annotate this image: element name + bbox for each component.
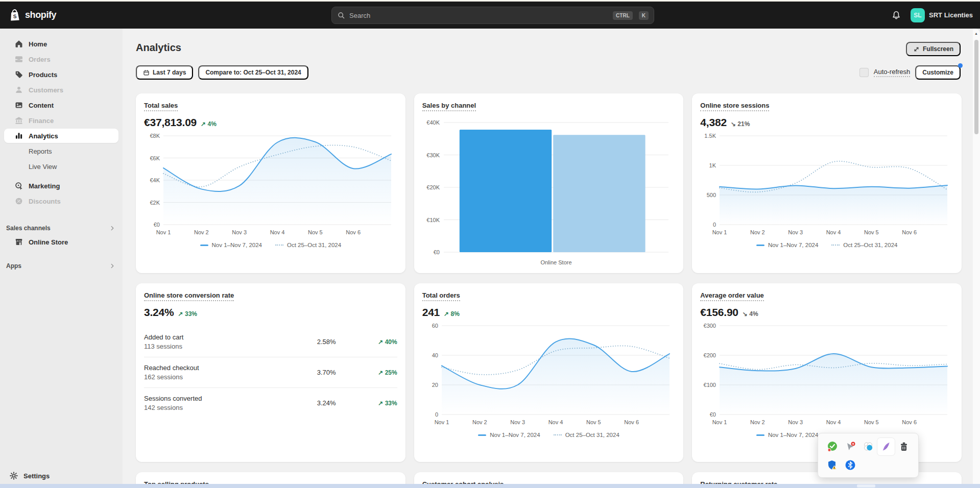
svg-text:Nov 5: Nov 5 bbox=[864, 229, 879, 235]
products-icon bbox=[14, 70, 23, 79]
cursor-alert-icon[interactable] bbox=[844, 440, 857, 453]
svg-text:Nov 4: Nov 4 bbox=[826, 229, 841, 235]
svg-text:Nov 3: Nov 3 bbox=[788, 229, 803, 235]
svg-text:€30K: €30K bbox=[426, 152, 440, 158]
card-title[interactable]: Total orders bbox=[422, 291, 460, 301]
metric-delta: ↘ 4% bbox=[743, 310, 758, 318]
svg-text:€0: €0 bbox=[710, 411, 716, 418]
card-title[interactable]: Sales by channel bbox=[422, 102, 476, 111]
svg-text:Nov 6: Nov 6 bbox=[902, 419, 917, 425]
sidebar-item-reports[interactable]: Reports bbox=[4, 144, 118, 158]
svg-text:S: S bbox=[13, 13, 17, 19]
sidebar-item-customers[interactable]: Customers bbox=[4, 83, 118, 97]
sidebar-item-content[interactable]: Content bbox=[4, 98, 118, 112]
pen-icon[interactable] bbox=[877, 438, 895, 455]
scrollbar[interactable]: ▲ bbox=[973, 29, 980, 488]
online-store-sessions-card: Online store sessions 4,382 ↘ 21% 1.5K1K… bbox=[692, 93, 962, 273]
previous-period-swatch bbox=[554, 434, 562, 435]
utility-icon[interactable] bbox=[897, 440, 911, 453]
card-title[interactable]: Online store conversion rate bbox=[144, 291, 234, 301]
sidebar-item-label: Home bbox=[29, 40, 47, 48]
sidebar-item-finance[interactable]: Finance bbox=[4, 113, 118, 128]
svg-text:Nov 4: Nov 4 bbox=[826, 419, 841, 425]
search-input[interactable]: Search CTRL K bbox=[331, 7, 654, 24]
svg-text:€20K: €20K bbox=[426, 184, 440, 190]
funnel-step-value: 2.58% bbox=[317, 338, 366, 346]
sidebar-item-discounts[interactable]: Discounts bbox=[4, 194, 118, 208]
sidebar-item-orders[interactable]: Orders bbox=[4, 52, 118, 66]
chart-legend: Nov 1–Nov 7, 2024 Oct 25–Oct 31, 2024 bbox=[700, 242, 953, 248]
chat-app-icon[interactable] bbox=[862, 440, 875, 453]
bluetooth-icon[interactable] bbox=[844, 458, 857, 472]
auto-refresh-checkbox[interactable] bbox=[859, 68, 869, 77]
conversion-rate-card: Online store conversion rate 3.24% ↗ 33%… bbox=[136, 283, 405, 462]
shopify-admin-screen: S shopify Search CTRL K SL bbox=[0, 0, 980, 488]
svg-text:€2K: €2K bbox=[150, 200, 160, 206]
taskbar-edge[interactable] bbox=[0, 484, 980, 488]
metric-delta: ↗ 33% bbox=[178, 310, 197, 318]
previous-period-swatch bbox=[831, 245, 840, 246]
card-title[interactable]: Online store sessions bbox=[700, 102, 769, 111]
total-orders-card: Total orders 241 ↗ 8% 6040200Nov 1Nov 2N… bbox=[414, 283, 684, 462]
sidebar-item-products[interactable]: Products bbox=[4, 67, 118, 82]
funnel-step-sessions: 162 sessions bbox=[144, 373, 317, 381]
funnel-row-added-to-cart: Added to cart 113 sessions 2.58% ↗ 40% bbox=[144, 327, 397, 357]
sales-by-channel-card: Sales by channel €40K€30K€20K€10K€0Onlin… bbox=[414, 93, 684, 273]
svg-text:Nov 2: Nov 2 bbox=[750, 419, 765, 425]
sidebar-item-label: Reports bbox=[29, 148, 52, 155]
scrollbar-thumb[interactable] bbox=[974, 40, 978, 134]
svg-text:€0: €0 bbox=[433, 249, 439, 255]
card-title[interactable]: Average order value bbox=[700, 291, 764, 301]
sidebar-item-analytics[interactable]: Analytics bbox=[4, 129, 118, 143]
account-menu[interactable]: SL SRT Licenties bbox=[911, 8, 973, 22]
customize-button[interactable]: Customize bbox=[915, 65, 961, 80]
svg-text:20: 20 bbox=[432, 382, 438, 388]
metric-value: €156.90 bbox=[700, 306, 738, 319]
sidebar-item-home[interactable]: Home bbox=[4, 37, 118, 51]
svg-text:Nov 1: Nov 1 bbox=[156, 229, 171, 235]
fullscreen-label: Fullscreen bbox=[923, 45, 953, 53]
svg-text:Nov 6: Nov 6 bbox=[902, 229, 917, 235]
svg-text:€0: €0 bbox=[154, 222, 160, 228]
account-name: SRT Licenties bbox=[929, 11, 973, 19]
svg-text:Nov 4: Nov 4 bbox=[270, 229, 285, 235]
metric-delta: ↗ 4% bbox=[201, 120, 217, 128]
svg-text:Nov 2: Nov 2 bbox=[750, 229, 765, 235]
svg-text:Nov 2: Nov 2 bbox=[194, 229, 209, 235]
svg-text:Nov 3: Nov 3 bbox=[232, 229, 247, 235]
metric-value: 3.24% bbox=[144, 306, 174, 319]
svg-text:Nov 3: Nov 3 bbox=[510, 419, 525, 425]
sidebar-section-sales-channels[interactable]: Sales channels bbox=[4, 222, 118, 235]
sidebar-item-online-store[interactable]: Online Store bbox=[4, 235, 118, 249]
date-range-button[interactable]: Last 7 days bbox=[136, 65, 193, 80]
topbar: S shopify Search CTRL K SL bbox=[0, 2, 980, 29]
sidebar-item-label: Analytics bbox=[29, 132, 58, 140]
sidebar-item-live-view[interactable]: Live View bbox=[4, 159, 118, 174]
fullscreen-button[interactable]: Fullscreen bbox=[906, 42, 961, 56]
funnel-row-sessions-converted: Sessions converted 142 sessions 3.24% ↗ … bbox=[144, 387, 397, 418]
auto-refresh-label[interactable]: Auto-refresh bbox=[874, 68, 911, 77]
sidebar-item-settings[interactable]: Settings bbox=[4, 469, 118, 483]
svg-text:Nov 1: Nov 1 bbox=[712, 419, 727, 425]
sidebar-section-apps[interactable]: Apps bbox=[4, 259, 118, 273]
home-icon bbox=[14, 39, 23, 48]
svg-text:0: 0 bbox=[435, 411, 438, 418]
sidebar-item-label: Online Store bbox=[29, 238, 68, 246]
customers-icon bbox=[14, 85, 23, 94]
shortcut-k-key: K bbox=[639, 11, 649, 20]
storefront-icon bbox=[14, 237, 23, 247]
antivirus-ok-icon[interactable] bbox=[826, 440, 839, 453]
compare-label: Compare to: Oct 25–Oct 31, 2024 bbox=[205, 69, 301, 76]
card-title[interactable]: Total sales bbox=[144, 102, 178, 111]
svg-text:500: 500 bbox=[707, 192, 716, 198]
sessions-chart: 1.5K1K5000Nov 1Nov 2Nov 3Nov 4Nov 5Nov 6 bbox=[700, 131, 952, 238]
compare-button[interactable]: Compare to: Oct 25–Oct 31, 2024 bbox=[198, 65, 308, 80]
notifications-bell-icon[interactable] bbox=[891, 10, 901, 20]
security-warning-icon[interactable] bbox=[826, 458, 839, 472]
window-top-edge bbox=[0, 0, 980, 2]
sidebar-item-marketing[interactable]: Marketing bbox=[4, 179, 118, 193]
svg-text:Nov 3: Nov 3 bbox=[788, 419, 803, 425]
svg-text:€40K: €40K bbox=[426, 119, 440, 126]
shopify-logo[interactable]: S shopify bbox=[8, 8, 56, 22]
scrollbar-up-arrow[interactable]: ▲ bbox=[974, 32, 978, 35]
